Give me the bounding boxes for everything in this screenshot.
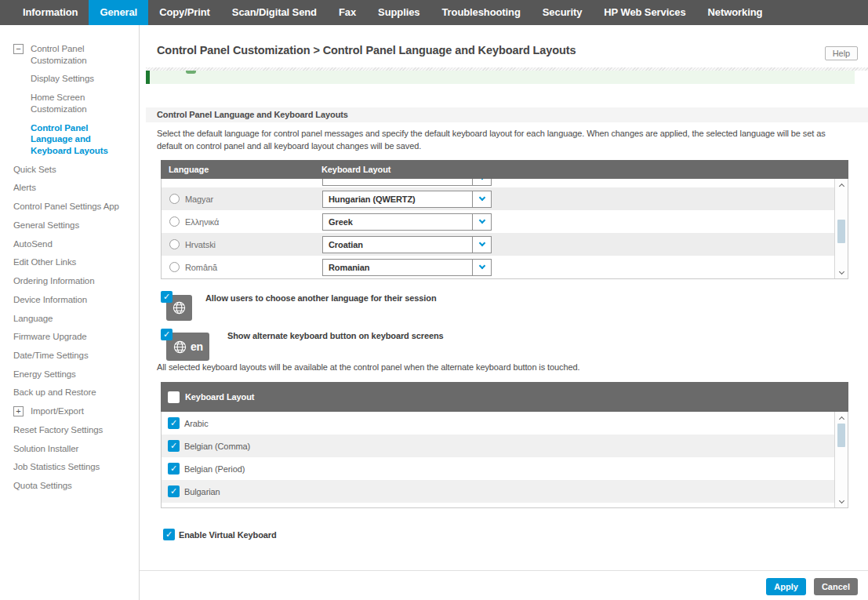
sidebar-item-label: Home Screen Customization (31, 93, 87, 114)
sidebar-item-label: Quota Settings (13, 481, 72, 490)
sidebar-item[interactable]: Solution Installer (0, 443, 139, 455)
sidebar-item[interactable]: General Settings (0, 220, 139, 231)
sidebar-item[interactable]: Display Settings (0, 73, 139, 85)
scroll-up-button[interactable] (835, 413, 848, 423)
sidebar-item[interactable]: Device Information (0, 294, 139, 306)
nav-tab[interactable]: HP Web Services (593, 0, 696, 25)
check-icon: ✓ (170, 486, 177, 496)
scroll-down-button[interactable] (835, 267, 848, 278)
scroll-down-button[interactable] (835, 496, 848, 507)
alternate-keyboard-label: Show alternate keyboard button on keyboa… (227, 331, 444, 340)
chevron-down-icon (478, 240, 485, 246)
chevron-down-icon (838, 497, 844, 503)
sidebar-item[interactable]: Firmware Upgrade (0, 331, 139, 343)
keyboard-layout-select[interactable]: Hungarian (QWERTZ) (322, 191, 492, 208)
expander-icon[interactable]: − (13, 44, 24, 54)
keyboard-layout-select[interactable]: Romanian (322, 259, 492, 276)
nav-tab[interactable]: General (89, 0, 148, 25)
nav-tab[interactable]: Fax (328, 0, 367, 25)
sidebar-item[interactable]: Control Panel Language and Keyboard Layo… (0, 122, 139, 157)
keyboard-layout-checkbox[interactable]: ✓ (168, 417, 180, 429)
sidebar-item[interactable]: Quota Settings (0, 480, 139, 492)
sidebar-item[interactable]: Date/Time Settings (0, 350, 139, 362)
sidebar-item-label: Energy Settings (13, 369, 76, 379)
nav-tab-label: Information (23, 6, 78, 18)
sidebar-item[interactable]: AutoSend (0, 238, 139, 250)
language-row: Magyar Hungarian (QWERTZ) (162, 187, 848, 210)
check-icon: ✓ (163, 329, 170, 339)
sidebar-item[interactable]: Back up and Restore (0, 387, 139, 398)
keyboard-layout-checkbox[interactable]: ✓ (168, 440, 180, 452)
sidebar-item-label: AutoSend (13, 239, 53, 249)
sidebar-item[interactable]: Job Statistics Settings (0, 461, 139, 473)
nav-tab[interactable]: Copy/Print (148, 0, 221, 25)
keyboard-layout-checkbox[interactable]: ✓ (168, 463, 180, 475)
apply-button[interactable]: Apply (766, 578, 806, 595)
chevron-down-icon (838, 268, 844, 274)
language-radio[interactable] (169, 239, 180, 249)
check-icon: ✓ (170, 441, 177, 450)
clipped-keyboard-layout-select[interactable] (322, 179, 492, 186)
keyboard-layout-row: ✓ Belgian (Period) (162, 457, 848, 480)
globe-icon (172, 300, 187, 315)
language-column-header: Language (161, 165, 321, 174)
language-radio[interactable] (169, 216, 180, 227)
language-code-label: en (191, 340, 203, 353)
nav-tab-label: HP Web Services (604, 6, 685, 18)
keyboard-layout-rows: ✓ Arabic ✓ Belgian (Comma) ✓ Belgian (Pe… (162, 412, 848, 503)
nav-tab[interactable]: Security (532, 0, 594, 25)
language-name: Magyar (185, 195, 213, 204)
sidebar-item[interactable]: Energy Settings (0, 369, 139, 380)
language-radio[interactable] (169, 194, 180, 204)
language-table: Language Keyboard Layout Magyar (161, 160, 848, 279)
select-all-checkbox[interactable] (168, 391, 180, 403)
help-button[interactable]: Help (825, 46, 858, 60)
keyboard-layout-select[interactable]: Greek (322, 213, 492, 231)
section-title: Control Panel Language and Keyboard Layo… (146, 107, 868, 122)
nav-tab[interactable]: Networking (697, 0, 774, 25)
nav-tab-label: Supplies (378, 6, 419, 18)
cancel-button[interactable]: Cancel (814, 578, 858, 595)
scroll-up-button[interactable] (835, 180, 848, 190)
keyboard-layout-checkbox[interactable]: ✓ (168, 485, 180, 497)
scrollbar-thumb[interactable] (837, 220, 845, 243)
keyboard-layouts-note: All selected keyboard layouts will be av… (157, 362, 579, 372)
sidebar-item[interactable]: Quick Sets (0, 164, 139, 176)
language-table-scrollbar[interactable] (834, 179, 848, 278)
sidebar-item-label: Firmware Upgrade (13, 332, 87, 341)
footer-buttons: Apply Cancel (766, 578, 858, 595)
keyboard-layout-row: ✓ Bulgarian (162, 480, 848, 503)
sidebar-item[interactable]: + Import/Export (0, 405, 139, 417)
footer-divider (140, 570, 868, 571)
expander-icon[interactable]: + (13, 406, 24, 416)
keyboard-layout-select[interactable]: Croatian (322, 236, 492, 253)
chevron-up-icon (838, 183, 844, 188)
sidebar-item[interactable]: Home Screen Customization (0, 92, 139, 115)
nav-tab[interactable]: Troubleshooting (430, 0, 531, 25)
sidebar-item-label: Edit Other Links (13, 257, 76, 267)
sidebar-item[interactable]: Reset Factory Settings (0, 424, 139, 436)
scrollbar-thumb[interactable] (837, 424, 845, 447)
language-radio[interactable] (169, 262, 180, 272)
alternate-keyboard-checkbox[interactable]: ✓ (161, 329, 173, 340)
sidebar-item[interactable]: Ordering Information (0, 275, 139, 287)
sidebar-item-label: Control Panel Settings App (13, 202, 119, 211)
sidebar-item-label: Quick Sets (13, 165, 56, 174)
sidebar-item[interactable]: Edit Other Links (0, 256, 139, 268)
sidebar-item[interactable]: Control Panel Settings App (0, 201, 139, 213)
sidebar-item[interactable]: − Control Panel Customization (0, 43, 139, 66)
nav-tab[interactable]: Scan/Digital Send (221, 0, 328, 25)
allow-language-checkbox[interactable]: ✓ (161, 291, 173, 303)
keyboard-table-scrollbar[interactable] (834, 412, 848, 507)
sidebar-item-label: Display Settings (31, 74, 94, 83)
sidebar-item[interactable]: Alerts (0, 182, 139, 194)
sidebar-item[interactable]: Language (0, 313, 139, 325)
nav-tab[interactable]: Information (12, 0, 89, 25)
globe-en-button[interactable]: en (166, 333, 209, 361)
keyboard-layout-name: Belgian (Comma) (184, 442, 250, 451)
nav-tab-label: Troubleshooting (441, 6, 520, 18)
nav-tab-label: Copy/Print (159, 6, 210, 18)
nav-tab-label: Networking (708, 6, 763, 18)
enable-virtual-keyboard-checkbox[interactable]: ✓ (163, 529, 175, 540)
nav-tab[interactable]: Supplies (367, 0, 430, 25)
